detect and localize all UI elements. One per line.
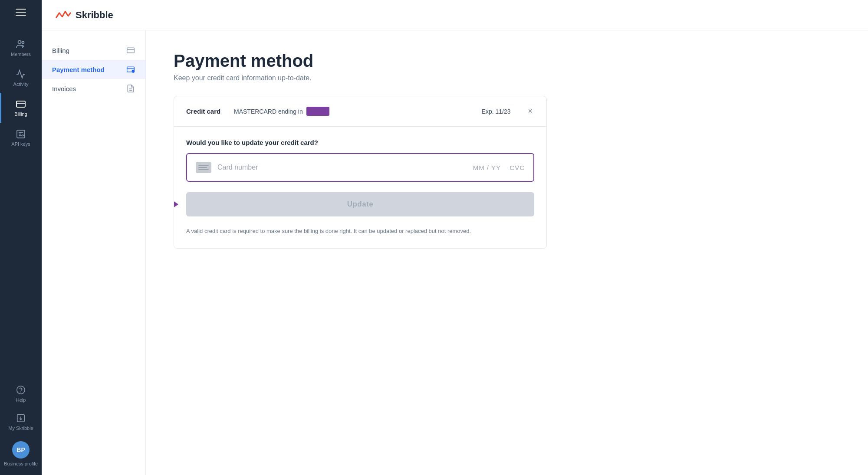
svg-point-1 [22, 42, 24, 44]
card-body: Would you like to update your credit car… [174, 127, 546, 248]
page-content: Payment method Keep your credit card inf… [146, 30, 868, 475]
sidebar-item-activity-label: Activity [13, 82, 29, 87]
sidebar-item-members-label: Members [11, 52, 31, 57]
card-type-info: MASTERCARD ending in [234, 107, 473, 116]
page-subtitle: Keep your credit card information up-to-… [174, 74, 840, 82]
update-button[interactable]: Update [186, 192, 534, 216]
billing-subnav-icon [126, 46, 135, 55]
svg-rect-2 [16, 101, 25, 107]
menu-toggle-button[interactable] [0, 0, 42, 24]
sidebar-item-help[interactable]: Help [0, 380, 42, 407]
page-title: Payment method [174, 51, 840, 71]
content-area: Billing Payment method + [42, 30, 868, 475]
card-chip-icon [196, 162, 211, 173]
sidebar-item-api-label: API keys [11, 141, 30, 147]
billing-icon [16, 99, 26, 109]
update-question: Would you like to update your credit car… [186, 139, 534, 146]
sidebar-item-api-keys[interactable]: API keys [0, 123, 42, 153]
cvc-placeholder: CVC [510, 164, 525, 171]
my-skribble-icon [16, 413, 26, 423]
sidebar-item-help-label: Help [16, 397, 26, 403]
card-input-left: Card number [196, 162, 258, 173]
subnav-payment-label: Payment method [52, 66, 105, 73]
sidebar-item-activity[interactable]: Activity [0, 63, 42, 93]
svg-point-0 [18, 41, 21, 44]
sidebar-item-members[interactable]: Members [0, 33, 42, 63]
sidebar-item-billing-label: Billing [14, 111, 27, 117]
card-header-label: Credit card [186, 108, 225, 115]
svg-point-8 [17, 386, 25, 394]
logo: Skribble [56, 9, 113, 21]
arrow-head [174, 201, 178, 208]
main: Skribble Billing Payment method [42, 0, 868, 475]
sidebar-item-billing[interactable]: Billing [0, 93, 42, 123]
sidebar-item-my-skribble[interactable]: My Skribble [0, 409, 42, 435]
topbar: Skribble [42, 0, 868, 30]
card-chip-lines [198, 165, 209, 170]
active-indicator [0, 93, 1, 123]
sidebar-bottom: Help My Skribble BP Business profile [0, 380, 42, 475]
card-disclaimer: A valid credit card is required to make … [186, 227, 534, 236]
subnav: Billing Payment method + [42, 30, 146, 475]
sidebar-item-profile[interactable]: BP Business profile [0, 437, 42, 471]
logo-text: Skribble [76, 10, 113, 21]
avatar[interactable]: BP [12, 441, 30, 459]
invoices-subnav-icon [126, 84, 135, 93]
hamburger-icon [16, 9, 26, 16]
update-button-wrapper: Update [186, 192, 534, 216]
card-type-text: MASTERCARD ending in [234, 108, 303, 115]
svg-text:+: + [132, 70, 134, 73]
card-date-cvc: MM / YY CVC [473, 164, 525, 171]
api-icon [16, 129, 26, 139]
avatar-label: Business profile [4, 461, 38, 466]
subnav-billing-label: Billing [52, 47, 69, 54]
date-placeholder: MM / YY [473, 164, 501, 171]
logo-icon [56, 9, 71, 21]
card-input-field[interactable]: Card number MM / YY CVC [186, 153, 534, 182]
subnav-item-invoices[interactable]: Invoices [42, 79, 145, 98]
payment-subnav-icon: + [126, 65, 135, 74]
members-icon [16, 39, 26, 49]
sidebar-item-my-skribble-label: My Skribble [8, 426, 33, 431]
card-expiry: Exp. 11/23 [482, 108, 511, 115]
help-icon [16, 385, 26, 395]
subnav-item-payment-method[interactable]: Payment method + [42, 60, 145, 79]
card-close-button[interactable]: × [526, 105, 534, 118]
card-header: Credit card MASTERCARD ending in Exp. 11… [174, 96, 546, 127]
subnav-invoices-label: Invoices [52, 85, 76, 92]
activity-icon [16, 69, 26, 79]
subnav-item-billing[interactable]: Billing [42, 41, 145, 60]
payment-card: Credit card MASTERCARD ending in Exp. 11… [174, 96, 547, 249]
sidebar-nav: Members Activity Billing [0, 24, 42, 380]
svg-rect-12 [127, 48, 135, 53]
card-ending-badge [306, 107, 329, 116]
card-number-placeholder: Card number [217, 164, 258, 171]
arrow-indicator [174, 201, 178, 208]
sidebar: Members Activity Billing [0, 0, 42, 475]
